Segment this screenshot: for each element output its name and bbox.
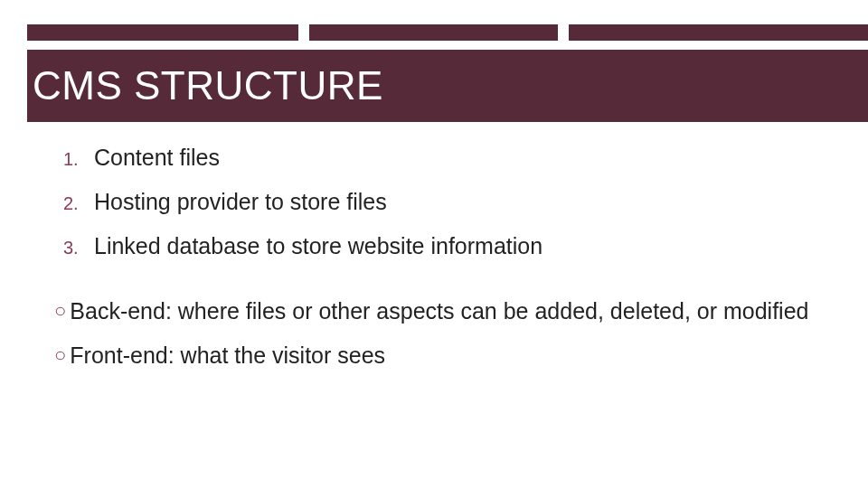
title-bar: CMS STRUCTURE [27, 50, 868, 122]
list-item: 1. Content files [63, 145, 832, 171]
circle-bullet-icon: ○ [54, 342, 66, 369]
slide-title: CMS STRUCTURE [27, 63, 383, 108]
circle-bullet-icon: ○ [54, 297, 66, 324]
decorative-top-bar [27, 24, 868, 41]
list-text: Front-end: what the visitor sees [70, 342, 385, 370]
list-text: Hosting provider to store files [94, 189, 387, 215]
list-item: ○ Back-end: where files or other aspects… [54, 297, 832, 325]
list-text: Linked database to store website informa… [94, 233, 542, 259]
list-number: 2. [63, 193, 94, 214]
slide: CMS STRUCTURE 1. Content files 2. Hostin… [0, 0, 868, 488]
list-item: 2. Hosting provider to store files [63, 189, 832, 215]
bar-segment [309, 24, 558, 41]
bar-segment [27, 24, 298, 41]
list-number: 1. [63, 149, 94, 170]
list-item: 3. Linked database to store website info… [63, 233, 832, 259]
slide-body: 1. Content files 2. Hosting provider to … [63, 145, 832, 387]
list-text: Content files [94, 145, 220, 171]
list-item: ○ Front-end: what the visitor sees [54, 342, 832, 370]
list-text: Back-end: where files or other aspects c… [70, 297, 808, 325]
bar-segment [569, 24, 868, 41]
bullet-list: ○ Back-end: where files or other aspects… [54, 297, 832, 371]
numbered-list: 1. Content files 2. Hosting provider to … [63, 145, 832, 259]
list-number: 3. [63, 238, 94, 258]
